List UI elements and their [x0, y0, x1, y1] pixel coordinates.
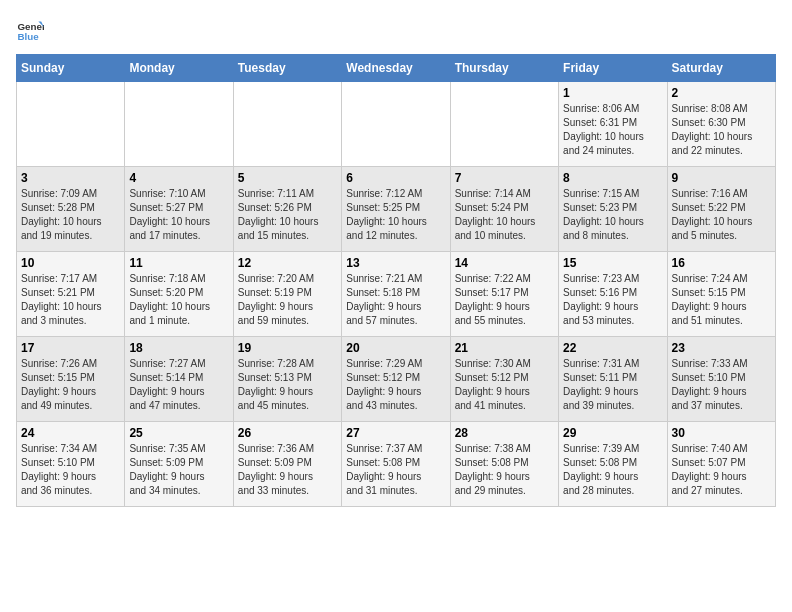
calendar-cell [450, 82, 558, 167]
day-number: 14 [455, 256, 554, 270]
calendar-cell: 29Sunrise: 7:39 AM Sunset: 5:08 PM Dayli… [559, 422, 667, 507]
calendar-cell: 30Sunrise: 7:40 AM Sunset: 5:07 PM Dayli… [667, 422, 775, 507]
calendar-header-sunday: Sunday [17, 55, 125, 82]
header: General Blue [16, 16, 776, 44]
day-number: 9 [672, 171, 771, 185]
calendar-cell: 17Sunrise: 7:26 AM Sunset: 5:15 PM Dayli… [17, 337, 125, 422]
calendar-header-saturday: Saturday [667, 55, 775, 82]
day-number: 12 [238, 256, 337, 270]
calendar-week-3: 10Sunrise: 7:17 AM Sunset: 5:21 PM Dayli… [17, 252, 776, 337]
day-number: 16 [672, 256, 771, 270]
day-info: Sunrise: 7:34 AM Sunset: 5:10 PM Dayligh… [21, 442, 120, 498]
day-number: 24 [21, 426, 120, 440]
day-info: Sunrise: 7:22 AM Sunset: 5:17 PM Dayligh… [455, 272, 554, 328]
day-info: Sunrise: 7:15 AM Sunset: 5:23 PM Dayligh… [563, 187, 662, 243]
day-number: 8 [563, 171, 662, 185]
calendar-cell: 18Sunrise: 7:27 AM Sunset: 5:14 PM Dayli… [125, 337, 233, 422]
day-number: 21 [455, 341, 554, 355]
calendar-week-2: 3Sunrise: 7:09 AM Sunset: 5:28 PM Daylig… [17, 167, 776, 252]
day-number: 5 [238, 171, 337, 185]
calendar: SundayMondayTuesdayWednesdayThursdayFrid… [16, 54, 776, 507]
day-info: Sunrise: 7:12 AM Sunset: 5:25 PM Dayligh… [346, 187, 445, 243]
calendar-header-row: SundayMondayTuesdayWednesdayThursdayFrid… [17, 55, 776, 82]
calendar-header-friday: Friday [559, 55, 667, 82]
day-info: Sunrise: 7:11 AM Sunset: 5:26 PM Dayligh… [238, 187, 337, 243]
day-number: 3 [21, 171, 120, 185]
calendar-cell: 23Sunrise: 7:33 AM Sunset: 5:10 PM Dayli… [667, 337, 775, 422]
calendar-header-wednesday: Wednesday [342, 55, 450, 82]
day-number: 30 [672, 426, 771, 440]
day-info: Sunrise: 7:17 AM Sunset: 5:21 PM Dayligh… [21, 272, 120, 328]
day-number: 29 [563, 426, 662, 440]
day-number: 10 [21, 256, 120, 270]
day-info: Sunrise: 7:35 AM Sunset: 5:09 PM Dayligh… [129, 442, 228, 498]
day-info: Sunrise: 7:18 AM Sunset: 5:20 PM Dayligh… [129, 272, 228, 328]
day-info: Sunrise: 7:38 AM Sunset: 5:08 PM Dayligh… [455, 442, 554, 498]
day-number: 13 [346, 256, 445, 270]
day-info: Sunrise: 8:06 AM Sunset: 6:31 PM Dayligh… [563, 102, 662, 158]
day-number: 7 [455, 171, 554, 185]
calendar-week-5: 24Sunrise: 7:34 AM Sunset: 5:10 PM Dayli… [17, 422, 776, 507]
calendar-header-monday: Monday [125, 55, 233, 82]
calendar-cell [17, 82, 125, 167]
calendar-week-1: 1Sunrise: 8:06 AM Sunset: 6:31 PM Daylig… [17, 82, 776, 167]
day-info: Sunrise: 7:16 AM Sunset: 5:22 PM Dayligh… [672, 187, 771, 243]
calendar-week-4: 17Sunrise: 7:26 AM Sunset: 5:15 PM Dayli… [17, 337, 776, 422]
logo: General Blue [16, 16, 48, 44]
calendar-cell: 9Sunrise: 7:16 AM Sunset: 5:22 PM Daylig… [667, 167, 775, 252]
day-number: 11 [129, 256, 228, 270]
calendar-cell: 28Sunrise: 7:38 AM Sunset: 5:08 PM Dayli… [450, 422, 558, 507]
day-number: 17 [21, 341, 120, 355]
day-number: 19 [238, 341, 337, 355]
day-info: Sunrise: 7:14 AM Sunset: 5:24 PM Dayligh… [455, 187, 554, 243]
calendar-cell: 25Sunrise: 7:35 AM Sunset: 5:09 PM Dayli… [125, 422, 233, 507]
calendar-cell: 16Sunrise: 7:24 AM Sunset: 5:15 PM Dayli… [667, 252, 775, 337]
day-info: Sunrise: 7:26 AM Sunset: 5:15 PM Dayligh… [21, 357, 120, 413]
calendar-body: 1Sunrise: 8:06 AM Sunset: 6:31 PM Daylig… [17, 82, 776, 507]
day-number: 6 [346, 171, 445, 185]
day-number: 20 [346, 341, 445, 355]
calendar-cell: 6Sunrise: 7:12 AM Sunset: 5:25 PM Daylig… [342, 167, 450, 252]
calendar-cell: 24Sunrise: 7:34 AM Sunset: 5:10 PM Dayli… [17, 422, 125, 507]
day-info: Sunrise: 7:30 AM Sunset: 5:12 PM Dayligh… [455, 357, 554, 413]
day-number: 18 [129, 341, 228, 355]
calendar-header-thursday: Thursday [450, 55, 558, 82]
day-number: 23 [672, 341, 771, 355]
day-number: 25 [129, 426, 228, 440]
day-number: 2 [672, 86, 771, 100]
calendar-cell: 8Sunrise: 7:15 AM Sunset: 5:23 PM Daylig… [559, 167, 667, 252]
day-info: Sunrise: 7:20 AM Sunset: 5:19 PM Dayligh… [238, 272, 337, 328]
day-info: Sunrise: 7:36 AM Sunset: 5:09 PM Dayligh… [238, 442, 337, 498]
calendar-cell: 14Sunrise: 7:22 AM Sunset: 5:17 PM Dayli… [450, 252, 558, 337]
calendar-cell [125, 82, 233, 167]
day-info: Sunrise: 7:09 AM Sunset: 5:28 PM Dayligh… [21, 187, 120, 243]
calendar-cell: 19Sunrise: 7:28 AM Sunset: 5:13 PM Dayli… [233, 337, 341, 422]
calendar-cell: 20Sunrise: 7:29 AM Sunset: 5:12 PM Dayli… [342, 337, 450, 422]
svg-text:Blue: Blue [17, 31, 39, 42]
day-info: Sunrise: 7:31 AM Sunset: 5:11 PM Dayligh… [563, 357, 662, 413]
calendar-cell: 7Sunrise: 7:14 AM Sunset: 5:24 PM Daylig… [450, 167, 558, 252]
day-info: Sunrise: 7:29 AM Sunset: 5:12 PM Dayligh… [346, 357, 445, 413]
day-number: 1 [563, 86, 662, 100]
day-number: 28 [455, 426, 554, 440]
day-number: 22 [563, 341, 662, 355]
day-number: 26 [238, 426, 337, 440]
calendar-header-tuesday: Tuesday [233, 55, 341, 82]
day-number: 4 [129, 171, 228, 185]
calendar-cell: 26Sunrise: 7:36 AM Sunset: 5:09 PM Dayli… [233, 422, 341, 507]
day-number: 15 [563, 256, 662, 270]
calendar-cell: 12Sunrise: 7:20 AM Sunset: 5:19 PM Dayli… [233, 252, 341, 337]
day-info: Sunrise: 7:23 AM Sunset: 5:16 PM Dayligh… [563, 272, 662, 328]
calendar-cell: 27Sunrise: 7:37 AM Sunset: 5:08 PM Dayli… [342, 422, 450, 507]
calendar-cell: 3Sunrise: 7:09 AM Sunset: 5:28 PM Daylig… [17, 167, 125, 252]
day-number: 27 [346, 426, 445, 440]
day-info: Sunrise: 7:24 AM Sunset: 5:15 PM Dayligh… [672, 272, 771, 328]
calendar-cell: 5Sunrise: 7:11 AM Sunset: 5:26 PM Daylig… [233, 167, 341, 252]
calendar-cell: 21Sunrise: 7:30 AM Sunset: 5:12 PM Dayli… [450, 337, 558, 422]
logo-icon: General Blue [16, 16, 44, 44]
calendar-cell: 4Sunrise: 7:10 AM Sunset: 5:27 PM Daylig… [125, 167, 233, 252]
calendar-cell: 2Sunrise: 8:08 AM Sunset: 6:30 PM Daylig… [667, 82, 775, 167]
day-info: Sunrise: 7:39 AM Sunset: 5:08 PM Dayligh… [563, 442, 662, 498]
day-info: Sunrise: 7:33 AM Sunset: 5:10 PM Dayligh… [672, 357, 771, 413]
calendar-cell: 11Sunrise: 7:18 AM Sunset: 5:20 PM Dayli… [125, 252, 233, 337]
